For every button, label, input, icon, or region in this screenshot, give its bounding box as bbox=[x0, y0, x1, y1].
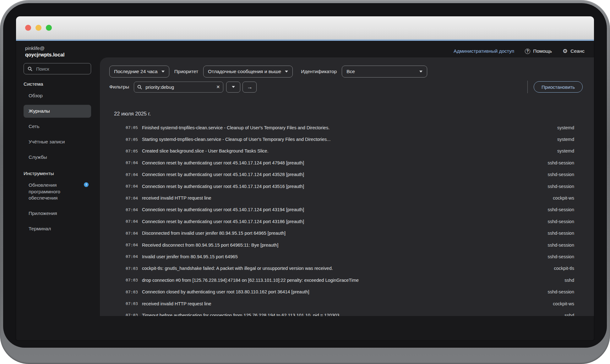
journal-entry-row[interactable]: 07:04Connection reset by authenticating … bbox=[114, 169, 574, 180]
clear-filter-button[interactable]: ✕ bbox=[216, 85, 220, 89]
journal-list: 22 июля 2025 г. 07:05Finished systemd-tm… bbox=[100, 93, 594, 316]
entry-message: Timeout before authentication for connec… bbox=[142, 313, 339, 316]
arrow-right-icon: → bbox=[247, 84, 253, 90]
journal-rows: 07:05Finished systemd-tmpfiles-clean.ser… bbox=[114, 122, 574, 316]
minimize-window-button[interactable] bbox=[35, 25, 41, 31]
sidebar-label: Сеть bbox=[29, 124, 39, 129]
entry-message: received invalid HTTP request line bbox=[142, 301, 211, 306]
entry-time: 07:03 bbox=[126, 313, 139, 316]
entry-message: Starting systemd-tmpfiles-clean.service … bbox=[142, 137, 330, 142]
journal-entry-row[interactable]: 07:03received invalid HTTP request linec… bbox=[114, 298, 574, 309]
close-window-button[interactable] bbox=[25, 25, 31, 31]
help-menu-label: Помощь bbox=[533, 48, 552, 54]
sidebar-label: Обновления программного обеспечения bbox=[29, 182, 60, 201]
journal-entry-row[interactable]: 07:04received invalid HTTP request linec… bbox=[114, 192, 574, 204]
sidebar-label: Система bbox=[24, 81, 43, 87]
filter-options-dropdown-button[interactable] bbox=[226, 82, 240, 93]
entry-message: Connection closed by authenticating user… bbox=[142, 289, 309, 294]
sidebar-search[interactable] bbox=[24, 63, 91, 74]
entry-time: 07:04 bbox=[126, 254, 139, 259]
session-menu-button[interactable]: ⚙︎ Сеанс bbox=[563, 48, 585, 54]
journal-entry-row[interactable]: 07:04Disconnected from invalid user jeni… bbox=[114, 228, 574, 239]
journal-entry-row[interactable]: 07:04Invalid user jenifer from 80.94.95.… bbox=[114, 251, 574, 262]
time-range-value: Последние 24 часа bbox=[114, 69, 158, 74]
entry-service: systemd bbox=[551, 148, 574, 153]
entry-time: 07:04 bbox=[126, 219, 139, 224]
identifier-dropdown[interactable]: Все bbox=[342, 66, 427, 78]
apply-filter-button[interactable]: → bbox=[242, 82, 257, 93]
sidebar: СистемаОбзорЖурналыСетьУчётные записиСлу… bbox=[16, 57, 100, 316]
entry-message: Created slice background.slice - User Ba… bbox=[142, 148, 269, 153]
journal-entry-row[interactable]: 07:05Created slice background.slice - Us… bbox=[114, 145, 574, 157]
entry-time: 07:05 bbox=[126, 137, 139, 142]
sidebar-item-updates[interactable]: Обновления программного обеспеченияi bbox=[24, 179, 91, 205]
journal-entry-row[interactable]: 07:04Connection reset by authenticating … bbox=[114, 216, 574, 227]
info-icon: i bbox=[84, 182, 89, 187]
sidebar-section-heading-system: Система bbox=[24, 81, 91, 87]
window-titlebar bbox=[16, 16, 594, 40]
sidebar-item-journal[interactable]: Журналы bbox=[24, 105, 91, 118]
journal-entry-row[interactable]: 07:04Connection reset by authenticating … bbox=[114, 204, 574, 216]
browser-window: pinklife@ qoycjrwpts.local Административ… bbox=[16, 16, 594, 340]
priority-value: Отладочные сообщения и выше bbox=[208, 69, 281, 74]
entry-service: sshd bbox=[558, 313, 574, 316]
entry-time: 07:04 bbox=[126, 184, 139, 189]
entry-message: drop connection #0 from [125.76.228.194]… bbox=[142, 278, 359, 283]
entry-time: 07:03 bbox=[126, 278, 139, 282]
sidebar-item-services[interactable]: Службы bbox=[24, 151, 91, 164]
entry-time: 07:04 bbox=[126, 160, 139, 165]
filter-search-input[interactable] bbox=[145, 84, 213, 90]
journal-date-heading: 22 июля 2025 г. bbox=[114, 111, 574, 117]
filters-label: Фильтры bbox=[109, 84, 129, 90]
sidebar-item-overview[interactable]: Обзор bbox=[24, 89, 91, 102]
entry-time: 07:04 bbox=[126, 231, 139, 236]
cockpit-app: pinklife@ qoycjrwpts.local Административ… bbox=[16, 41, 594, 316]
entry-message: Connection reset by authenticating user … bbox=[142, 160, 304, 165]
priority-label: Приоритет bbox=[174, 69, 198, 74]
sidebar-search-input[interactable] bbox=[35, 66, 87, 72]
entry-service: systemd bbox=[551, 125, 574, 130]
entry-message: cockpit-tls: gnutls_handshake failed: A … bbox=[142, 266, 333, 271]
maximize-window-button[interactable] bbox=[46, 25, 52, 31]
priority-dropdown[interactable]: Отладочные сообщения и выше bbox=[203, 66, 293, 78]
entry-service: sshd-session bbox=[541, 243, 574, 248]
journal-entry-row[interactable]: 07:03Timeout before authentication for c… bbox=[114, 309, 574, 316]
host-info: pinklife@ qoycjrwpts.local bbox=[25, 45, 64, 58]
entry-message: Finished systemd-tmpfiles-clean.service … bbox=[142, 125, 330, 130]
sidebar-item-applications[interactable]: Приложения bbox=[24, 207, 91, 220]
sidebar-item-network[interactable]: Сеть bbox=[24, 120, 91, 133]
sidebar-item-terminal[interactable]: Терминал bbox=[24, 222, 91, 235]
pause-button[interactable]: Приостановить bbox=[534, 81, 583, 93]
chevron-down-icon bbox=[161, 71, 165, 72]
time-range-dropdown[interactable]: Последние 24 часа bbox=[109, 66, 169, 78]
entry-time: 07:03 bbox=[126, 266, 139, 271]
entry-time: 07:05 bbox=[126, 149, 139, 153]
admin-access-link[interactable]: Административный доступ bbox=[454, 48, 514, 54]
entry-time: 07:04 bbox=[126, 243, 139, 247]
entry-service: sshd-session bbox=[541, 184, 574, 189]
journal-entry-row[interactable]: 07:03drop connection #0 from [125.76.228… bbox=[114, 274, 574, 286]
entry-message: Connection reset by authenticating user … bbox=[142, 219, 304, 224]
entry-time: 07:04 bbox=[126, 196, 139, 201]
journal-entry-row[interactable]: 07:03Connection closed by authenticating… bbox=[114, 286, 574, 297]
chevron-down-icon bbox=[419, 71, 422, 72]
journal-entry-row[interactable]: 07:04Received disconnect from 80.94.95.1… bbox=[114, 239, 574, 251]
filter-search-box[interactable]: ✕ bbox=[134, 82, 223, 93]
entry-time: 07:05 bbox=[126, 125, 139, 130]
journal-entry-row[interactable]: 07:03cockpit-tls: gnutls_handshake faile… bbox=[114, 263, 574, 274]
entry-message: Received disconnect from 80.94.95.15 por… bbox=[142, 243, 278, 248]
entry-time: 07:03 bbox=[126, 290, 139, 294]
screen-bezel: pinklife@ qoycjrwpts.local Административ… bbox=[3, 3, 607, 348]
journal-entry-row[interactable]: 07:04Connection reset by authenticating … bbox=[114, 157, 574, 169]
help-menu-button[interactable]: ? Помощь bbox=[525, 48, 552, 54]
journal-entry-row[interactable]: 07:05Starting systemd-tmpfiles-clean.ser… bbox=[114, 133, 574, 145]
sidebar-item-accounts[interactable]: Учётные записи bbox=[24, 136, 91, 148]
journal-entry-row[interactable]: 07:04Connection reset by authenticating … bbox=[114, 180, 574, 192]
gear-icon: ⚙︎ bbox=[563, 48, 568, 54]
entry-service: cockpit-ws bbox=[547, 195, 574, 201]
entry-message: Connection reset by authenticating user … bbox=[142, 172, 304, 177]
entry-service: sshd-session bbox=[541, 207, 574, 212]
app-body: СистемаОбзорЖурналыСетьУчётные записиСлу… bbox=[16, 57, 594, 316]
journal-toolbar: Последние 24 часа Приоритет Отладочные с… bbox=[100, 57, 594, 93]
journal-entry-row[interactable]: 07:05Finished systemd-tmpfiles-clean.ser… bbox=[114, 122, 574, 133]
